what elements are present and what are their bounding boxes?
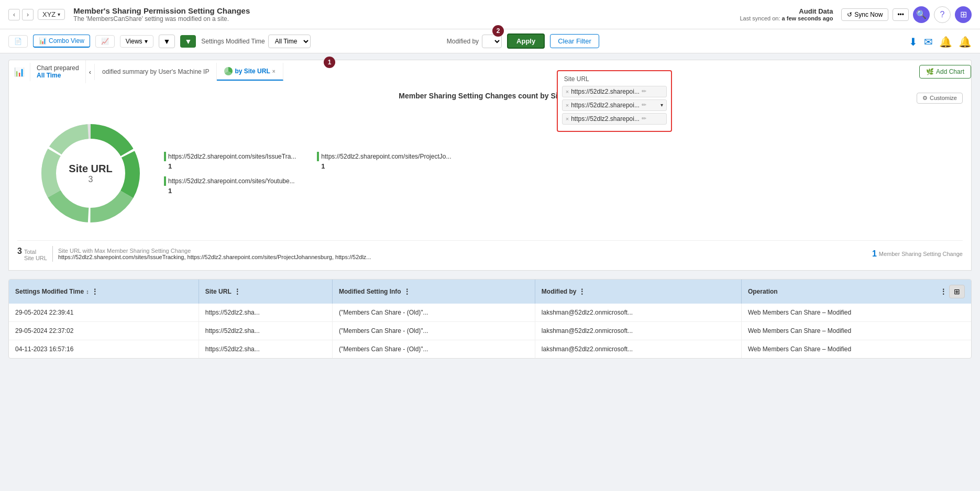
alert-icon[interactable]: 🔔 [939,36,952,48]
donut-chart: Site URL 3 [38,121,143,226]
chart-tab-2[interactable]: by Site URL × [217,63,283,81]
chart-tab-icon [224,67,233,75]
notification-bar: ⬇ ✉ 🔔 🔔 [909,36,972,48]
step-badge-2: 2 [492,25,504,37]
tag-text-1: https://52dlz2.sharepoi... [571,88,640,95]
legend-item-3: https://52dlz2.sharepoint.com/sites/Yout… [164,176,295,195]
mail-icon[interactable]: ✉ [924,36,933,48]
donut-label: Site URL 3 [69,163,112,184]
filter-button[interactable]: ▼ [159,35,175,48]
customize-area: ⚙ Customize [726,95,963,104]
legend-count-3: 1 [164,187,295,195]
col-label-site-url: Site URL [205,288,232,295]
chart-prepared-time[interactable]: All Time [37,72,79,79]
time-filter-group: Settings Modified Time All Time [201,35,310,48]
workspace-arrow-icon: ▾ [58,12,60,17]
tag-edit-3[interactable]: ✏ [642,115,646,122]
views-button[interactable]: Views ▾ [120,35,153,48]
sort-icon-time[interactable]: ↕ [86,288,89,295]
add-chart-icon: 🌿 [926,68,934,75]
cell-site-url-2: https://52dlz2.sha... [199,322,332,340]
green-filter-icon: ▼ [184,37,192,46]
chart-header-bar: 📊 Chart prepared All Time ‹ odified summ… [8,60,972,83]
main-content: 📊 Chart prepared All Time ‹ odified summ… [0,53,980,365]
tag-remove-1[interactable]: × [566,88,569,95]
legend-row-2: https://52dlz2.sharepoint.com/sites/Yout… [164,176,451,195]
time-filter-select[interactable]: All Time [268,35,311,48]
chart-tabs: odified summary by User's Machine IP by … [95,63,919,81]
chart-view-button[interactable]: 📈 [95,35,115,48]
nav-back-button[interactable]: ‹ [8,9,20,20]
audit-sync-value: a few seconds ago [782,15,833,21]
cell-time-2: 29-05-2024 22:37:02 [9,322,199,340]
tag-remove-3[interactable]: × [566,116,569,122]
chart-tab-2-label: by Site URL [235,68,270,75]
dropdown-arrow[interactable]: ▾ [660,102,663,108]
col-sort-time[interactable]: Settings Modified Time ↕ ⋮ [15,287,192,296]
footer-change-num: 1 [872,249,877,259]
footer-total-text: Total [24,249,47,255]
legend-url-1-text: https://52dlz2.sharepoint.com/sites/Issu… [168,153,296,160]
sync-now-button[interactable]: ↺ Sync Now [841,8,888,21]
cell-site-url-1: https://52dlz2.sha... [199,304,332,322]
legend-url-2-text: https://52dlz2.sharepoint.com/sites/Proj… [321,153,451,160]
step-badge-1: 1 [324,57,335,68]
col-menu-operation[interactable]: ⋮ [940,287,947,296]
more-options-button[interactable]: ••• [893,8,909,21]
add-chart-label: Add Chart [936,68,964,75]
download-icon[interactable]: ⬇ [909,36,918,48]
add-chart-button[interactable]: 🌿 Add Chart [919,65,971,79]
chart-panel: Member Sharing Setting Changes count by … [8,83,972,271]
doc-view-button[interactable]: 📄 [8,35,28,48]
col-sort-setting-info[interactable]: Modified Setting Info ⋮ [339,287,528,296]
tag-edit-1[interactable]: ✏ [642,88,646,95]
tag-remove-2[interactable]: × [566,102,569,108]
cell-setting-info-3: ("Members Can Share - (Old)"... [333,340,535,359]
chart-tab-1[interactable]: odified summary by User's Machine IP [95,63,217,81]
clear-filter-button[interactable]: Clear Filter [550,34,599,48]
search-button[interactable]: 🔍 [913,6,930,23]
chart-panel-header: Member Sharing Setting Changes count by … [17,92,963,106]
tag-edit-2[interactable]: ✏ [642,102,646,108]
table-row: 29-05-2024 22:37:02 https://52dlz2.sha..… [9,322,971,340]
footer-url-info: Site URL with Max Member Sharing Setting… [58,248,371,260]
col-sort-site-url[interactable]: Site URL ⋮ [205,287,326,296]
combo-view-button[interactable]: 📊 Combo View [33,35,90,48]
bell-icon[interactable]: 🔔 [959,36,972,48]
col-header-site-url: Site URL ⋮ [199,280,332,304]
col-menu-setting-info[interactable]: ⋮ [403,287,411,296]
customize-button[interactable]: ⚙ Customize [917,93,963,104]
col-sort-operation[interactable]: Operation ⋮ ⊞ [748,285,965,298]
col-menu-time[interactable]: ⋮ [91,287,98,296]
apply-button[interactable]: Apply [507,34,545,49]
chart-bar-icon: 📊 [9,63,30,81]
table-header: Settings Modified Time ↕ ⋮ Site URL ⋮ [9,280,971,304]
tag-text-3: https://52dlz2.sharepoi... [571,115,640,122]
data-table-container: Settings Modified Time ↕ ⋮ Site URL ⋮ [8,279,972,359]
chart-footer: 3 Total Site URL Site URL with Max Membe… [17,240,963,262]
cell-modified-by-3: lakshman@52dlz2.onmicrosoft... [535,340,741,359]
workspace-selector[interactable]: XYZ ▾ [38,9,65,20]
table-body: 29-05-2024 22:39:41 https://52dlz2.sha..… [9,304,971,358]
nav-forward-button[interactable]: › [22,9,34,20]
footer-total-num: 3 [17,247,22,256]
table-settings-button[interactable]: ⊞ [949,285,965,298]
col-header-setting-info: Modified Setting Info ⋮ [333,280,535,304]
chart-tab-2-close[interactable]: × [272,69,276,74]
audit-block: Audit Data Last synced on: a few seconds… [740,7,833,21]
chart-nav-prev[interactable]: ‹ [86,64,95,80]
green-filter-button[interactable]: ▼ [180,35,196,48]
donut-center-count: 3 [69,175,112,184]
site-url-tag-2: × https://52dlz2.sharepoi... ✏ ▾ [562,99,667,111]
legend-url-3: https://52dlz2.sharepoint.com/sites/Yout… [164,176,295,186]
cell-setting-info-2: ("Members Can Share - (Old)"... [333,322,535,340]
cell-site-url-3: https://52dlz2.sha... [199,340,332,359]
combo-icon: 📊 [39,37,47,44]
col-menu-site-url[interactable]: ⋮ [234,287,241,296]
filter-icon: ▼ [163,37,171,46]
apps-button[interactable]: ⊞ [955,6,972,23]
col-header-operation: Operation ⋮ ⊞ [741,280,971,304]
col-menu-modified-by[interactable]: ⋮ [578,287,586,296]
col-sort-modified-by[interactable]: Modified by ⋮ [542,287,735,296]
help-button[interactable]: ? [934,6,951,23]
